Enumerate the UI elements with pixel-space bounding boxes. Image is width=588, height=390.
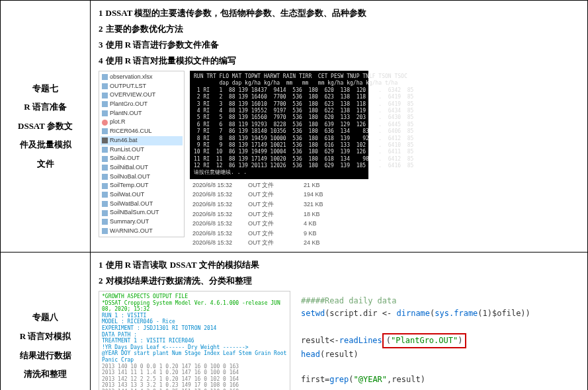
list-item: 4使用 R 语言对批量模拟文件的编写: [99, 55, 579, 67]
file-item[interactable]: OVERVIEW.OUT: [101, 91, 183, 100]
code-comment: #####Read daily data: [301, 295, 568, 307]
file-item[interactable]: Run46.bat: [101, 136, 183, 145]
file-item[interactable]: PlantN.OUT: [101, 109, 183, 118]
file-item[interactable]: SoilNoBal.OUT: [101, 173, 183, 182]
file-item[interactable]: SoilWat.OUT: [101, 190, 183, 200]
file-item[interactable]: RICER046.CUL: [101, 127, 183, 136]
output-file-pane: *GROWTH ASPECTS OUTPUT FILE*DSSAT Croppi…: [99, 291, 290, 390]
file-item[interactable]: RunList.OUT: [101, 145, 183, 155]
file-item[interactable]: observation.xlsx: [101, 73, 183, 82]
file-item[interactable]: plot.R: [101, 118, 183, 127]
file-item[interactable]: Summary.OUT: [101, 217, 183, 227]
file-item[interactable]: SoilNiBal.OUT: [101, 163, 183, 173]
file-item[interactable]: OUTPUT.LST: [101, 82, 183, 91]
topic-8-content: 1使用 R 语言读取 DSSAT 文件的模拟结果 2对模拟结果进行数据清洗、分类…: [91, 253, 588, 390]
r-code-pane: #####Read daily data setwd(script.dir <-…: [296, 291, 573, 390]
file-item[interactable]: SoilNBalSum.OUT: [101, 208, 183, 217]
file-item[interactable]: WARNING.OUT: [101, 227, 183, 236]
file-props-pane: 2020/6/8 15:32OUT 文件21 KB2020/6/8 15:32O…: [190, 180, 362, 248]
list-item: 3使用 R 语言进行参数文件准备: [99, 39, 579, 51]
highlighted-code: ("PlantGro.OUT"): [382, 333, 467, 348]
list-item: 1DSSAT 模型的主要遗传参数，包括物种参数、生态型参数、品种参数: [99, 7, 579, 19]
topic-7-title: 专题七 R 语言准备 DSSAT 参数文 件及批量模拟 文件: [1, 1, 91, 253]
terminal-pane: RUN TRT FLO MAT TOPWT HARWT RAIN TIRR CE…: [190, 71, 368, 179]
topic-7-content: 1DSSAT 模型的主要遗传参数，包括物种参数、生态型参数、品种参数 2主要的参…: [91, 1, 588, 253]
file-item[interactable]: PlantGro.OUT: [101, 100, 183, 109]
file-item[interactable]: SoilWatBal.OUT: [101, 200, 183, 209]
list-item: 2主要的参数优化方法: [99, 23, 579, 35]
file-list-pane: observation.xlsxOUTPUT.LSTOVERVIEW.OUTPl…: [99, 71, 185, 237]
list-item: 1使用 R 语言读取 DSSAT 文件的模拟结果: [99, 259, 579, 271]
file-item[interactable]: SoilNi.OUT: [101, 154, 183, 163]
file-item[interactable]: SoilTemp.OUT: [101, 181, 183, 190]
list-item: 2对模拟结果进行数据清洗、分类和整理: [99, 275, 579, 287]
topic-8-title: 专题八 R 语言对模拟 结果进行数据 清洗和整理: [1, 253, 91, 390]
